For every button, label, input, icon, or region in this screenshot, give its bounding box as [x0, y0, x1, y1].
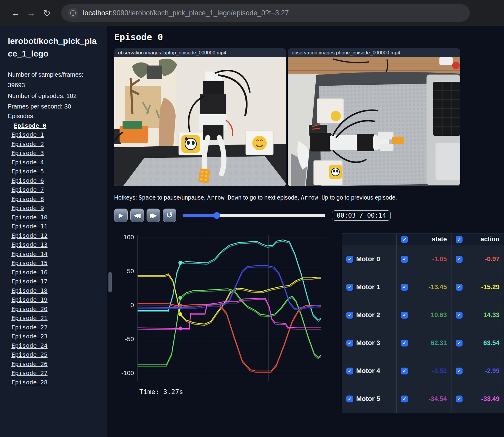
phone-video-title: observation.images.phone_episode_000000.…	[288, 48, 460, 57]
episode-link-22[interactable]: Episode 22	[8, 324, 47, 331]
motor-row-3: ✓Motor 3✓62.31✓63.54	[342, 329, 504, 357]
motor-5-action-checkbox[interactable]: ✓	[456, 396, 463, 402]
episode-link-4[interactable]: Episode 4	[8, 159, 44, 166]
motor-5-checkbox[interactable]: ✓	[346, 396, 353, 402]
current-time-dot-motor-3	[178, 261, 182, 265]
hotkey-text: to go to next episode,	[241, 194, 301, 201]
fast-forward-button[interactable]: ▶▶	[147, 209, 160, 222]
url-text: localhost:9090/lerobot/koch_pick_place_1…	[83, 9, 289, 17]
dataset-stat: Frames per second: 30	[8, 101, 101, 112]
episode-link-19[interactable]: Episode 19	[8, 296, 47, 303]
current-time-dot-motor-5	[178, 327, 182, 331]
episode-link-12[interactable]: Episode 12	[8, 232, 47, 239]
episode-link-17[interactable]: Episode 17	[8, 278, 47, 285]
dataset-title: lerobot/koch_pick_place_1_lego	[8, 35, 101, 60]
forward-icon[interactable]: →	[23, 8, 39, 18]
page-title: Episode 0	[114, 32, 504, 42]
series-state-motor-3	[138, 241, 321, 322]
hotkey-key: Space	[138, 194, 156, 201]
motor-0-checkbox[interactable]: ✓	[346, 256, 353, 263]
motor-4-checkbox[interactable]: ✓	[346, 368, 353, 374]
motor-table: ✓ state ✓ action ✓Motor 0✓-1.05✓-0.97✓Mo	[342, 234, 504, 413]
motor-4-action-value: -2.99	[466, 367, 499, 375]
reload-icon[interactable]: ↻	[39, 8, 55, 18]
motor-2-checkbox[interactable]: ✓	[346, 312, 353, 319]
episode-link-2[interactable]: Episode 2	[8, 140, 44, 148]
motor-3-checkbox[interactable]: ✓	[346, 340, 353, 347]
motor-4-label: Motor 4	[356, 367, 380, 375]
episode-link-10[interactable]: Episode 10	[8, 214, 47, 221]
episode-link-28[interactable]: Episode 28	[8, 379, 47, 386]
dataset-stats: Number of samples/frames: 39693Number of…	[8, 69, 101, 112]
episode-link-13[interactable]: Episode 13	[8, 241, 47, 248]
series-state-motor-5	[138, 300, 321, 330]
motor-2-action-checkbox[interactable]: ✓	[456, 312, 463, 319]
seek-slider[interactable]	[183, 214, 325, 217]
episode-link-18[interactable]: Episode 18	[8, 287, 47, 294]
episode-link-24[interactable]: Episode 24	[8, 342, 47, 349]
play-button[interactable]: ▶	[114, 209, 128, 222]
episode-link-6[interactable]: Episode 6	[8, 177, 44, 184]
episode-link-27[interactable]: Episode 27	[8, 369, 47, 377]
loop-icon: ↺	[166, 211, 173, 220]
episode-link-1[interactable]: Episode 1	[8, 131, 44, 138]
motor-3-state-value: 62.31	[411, 339, 447, 347]
y-tick-label: -100	[121, 369, 134, 376]
laptop-video[interactable]	[114, 57, 286, 186]
motor-1-action-checkbox[interactable]: ✓	[456, 284, 463, 291]
episode-link-26[interactable]: Episode 26	[8, 360, 47, 368]
episode-link-9[interactable]: Episode 9	[8, 204, 44, 212]
motor-1-label: Motor 1	[356, 283, 380, 291]
address-bar[interactable]: ⓘ localhost:9090/lerobot/koch_pick_place…	[61, 4, 470, 22]
motor-0-action-checkbox[interactable]: ✓	[456, 256, 463, 263]
playback-controls: ▶◀◀▶▶↺ 00:03 / 00:14	[114, 209, 504, 222]
hotkey-text: to pause/unpause,	[156, 194, 207, 201]
episode-link-11[interactable]: Episode 11	[8, 223, 47, 230]
episode-link-23[interactable]: Episode 23	[8, 333, 47, 340]
play-icon: ▶	[119, 212, 123, 219]
episode-link-20[interactable]: Episode 20	[8, 305, 47, 313]
motor-3-action-checkbox[interactable]: ✓	[456, 340, 463, 347]
episodes-label: Episodes:	[8, 112, 101, 120]
loop-button[interactable]: ↺	[163, 209, 176, 222]
episode-link-7[interactable]: Episode 7	[8, 186, 44, 193]
motor-5-label: Motor 5	[356, 395, 380, 403]
action-header-checkbox[interactable]: ✓	[456, 236, 463, 243]
episode-link-21[interactable]: Episode 21	[8, 314, 47, 322]
y-tick-label: 100	[123, 234, 134, 240]
motor-5-action-value: -33.49	[466, 395, 499, 403]
episode-link-14[interactable]: Episode 14	[8, 250, 47, 258]
motor-2-state-checkbox[interactable]: ✓	[401, 312, 408, 319]
phone-video[interactable]	[288, 57, 460, 186]
motor-1-checkbox[interactable]: ✓	[346, 284, 353, 291]
back-icon[interactable]: ←	[8, 8, 23, 18]
series-action-motor-0	[138, 304, 321, 371]
episode-link-15[interactable]: Episode 15	[8, 259, 47, 267]
motor-4-action-checkbox[interactable]: ✓	[456, 368, 463, 374]
rewind-button[interactable]: ◀◀	[130, 209, 144, 222]
motor-3-state-checkbox[interactable]: ✓	[401, 340, 408, 347]
episode-link-0[interactable]: Episode 0	[8, 122, 46, 129]
seek-slider-thumb[interactable]	[214, 212, 220, 219]
motor-4-state-checkbox[interactable]: ✓	[401, 368, 408, 374]
motor-row-4: ✓Motor 4✓-3.52✓-2.99	[342, 357, 504, 385]
motor-1-action-value: -15.29	[466, 283, 499, 291]
motor-0-label: Motor 0	[356, 255, 380, 263]
sidebar: lerobot/koch_pick_place_1_lego Number of…	[0, 26, 107, 437]
motor-1-state-checkbox[interactable]: ✓	[401, 284, 408, 291]
hotkey-text: to go to previous episode.	[328, 194, 397, 201]
motor-0-state-checkbox[interactable]: ✓	[401, 256, 408, 263]
motor-4-state-value: -3.52	[411, 367, 447, 375]
state-header-checkbox[interactable]: ✓	[401, 236, 408, 243]
current-time-dot-motor-2	[178, 296, 182, 300]
episode-link-3[interactable]: Episode 3	[8, 149, 44, 157]
site-info-icon[interactable]: ⓘ	[68, 8, 78, 18]
episode-link-16[interactable]: Episode 16	[8, 269, 47, 276]
dataset-stat: Number of episodes: 102	[8, 90, 101, 101]
motor-5-state-checkbox[interactable]: ✓	[401, 396, 408, 402]
episode-link-25[interactable]: Episode 25	[8, 351, 47, 358]
episode-link-5[interactable]: Episode 5	[8, 168, 44, 175]
motor-0-action-value: -0.97	[466, 255, 499, 263]
y-tick-label: 50	[127, 267, 134, 274]
episode-link-8[interactable]: Episode 8	[8, 195, 44, 203]
